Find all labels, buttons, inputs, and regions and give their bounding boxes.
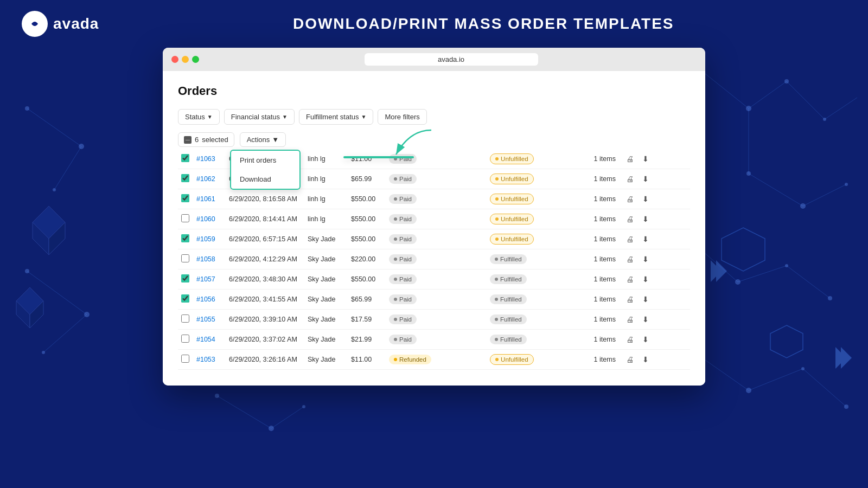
row-actions: 🖨 ⬇ (621, 350, 690, 370)
fulfillment-status: Fulfilled (487, 290, 591, 310)
table-row: #1059 6/29/2020, 6:57:15 AM Sky Jade $55… (178, 229, 690, 249)
print-order-button[interactable]: 🖨 (624, 174, 636, 184)
print-order-button[interactable]: 🖨 (624, 354, 636, 365)
table-row: #1053 6/29/2020, 3:26:16 AM Sky Jade $11… (178, 350, 690, 370)
print-order-button[interactable]: 🖨 (624, 234, 636, 245)
table-row: #1055 6/29/2020, 3:39:10 AM Sky Jade $17… (178, 310, 690, 330)
items-count: 1 items (591, 350, 621, 370)
more-filters-button[interactable]: More filters (378, 109, 426, 125)
order-number[interactable]: #1056 (193, 290, 226, 310)
order-date: 6/29/2020, 6:57:15 AM (226, 229, 304, 249)
financial-status-filter[interactable]: Financial status ▼ (224, 109, 295, 125)
download-order-button[interactable]: ⬇ (640, 274, 651, 285)
address-bar[interactable]: avada.io (365, 53, 538, 66)
order-date: 6/29/2020, 3:39:10 AM (226, 310, 304, 330)
checkbox-cell (178, 350, 193, 370)
order-number[interactable]: #1059 (193, 229, 226, 249)
order-number[interactable]: #1062 (193, 169, 226, 189)
order-checkbox[interactable] (181, 335, 189, 343)
print-order-button[interactable]: 🖨 (624, 194, 636, 204)
order-number[interactable]: #1058 (193, 249, 226, 269)
order-checkbox[interactable] (181, 234, 189, 242)
order-checkbox[interactable] (181, 194, 189, 202)
print-order-button[interactable]: 🖨 (624, 274, 636, 285)
fulfillment-status: Unfulfilled (487, 149, 591, 169)
svg-point-27 (844, 404, 848, 409)
fulfillment-status: Fulfilled (487, 269, 591, 290)
download-order-button[interactable]: ⬇ (640, 153, 651, 164)
arrow-annotation (388, 125, 442, 163)
chevron-down-icon: ▼ (272, 136, 279, 144)
checkbox-cell (178, 169, 193, 189)
financial-status: Paid (386, 330, 487, 350)
chevron-down-icon: ▼ (361, 114, 367, 120)
order-number[interactable]: #1063 (193, 149, 226, 169)
row-actions: 🖨 ⬇ (621, 209, 690, 229)
table-row: #1061 6/29/2020, 8:16:58 AM linh lg $550… (178, 189, 690, 209)
actions-button[interactable]: Actions ▼ (240, 132, 286, 147)
items-count: 1 items (591, 269, 621, 290)
items-count: 1 items (591, 209, 621, 229)
print-orders-item[interactable]: Print orders (231, 151, 299, 170)
order-checkbox[interactable] (181, 274, 189, 282)
items-count: 1 items (591, 189, 621, 209)
print-order-button[interactable]: 🖨 (624, 214, 636, 224)
order-amount: $550.00 (348, 229, 386, 249)
fulfillment-status: Unfulfilled (487, 169, 591, 189)
print-order-button[interactable]: 🖨 (624, 314, 636, 325)
download-order-button[interactable]: ⬇ (640, 354, 651, 365)
order-amount: $550.00 (348, 189, 386, 209)
download-order-button[interactable]: ⬇ (640, 194, 651, 204)
svg-point-40 (215, 394, 219, 398)
download-order-button[interactable]: ⬇ (640, 314, 651, 325)
print-order-button[interactable]: 🖨 (624, 334, 636, 345)
order-number[interactable]: #1060 (193, 209, 226, 229)
order-number[interactable]: #1057 (193, 269, 226, 290)
browser-content: Orders Status ▼ Financial status ▼ Fulfi… (163, 71, 705, 386)
items-count: 1 items (591, 149, 621, 169)
minimize-button[interactable] (182, 56, 189, 63)
fulfillment-status-filter[interactable]: Fulfillment status ▼ (299, 109, 373, 125)
selected-count: 6 (195, 136, 199, 144)
download-item[interactable]: Download (231, 170, 299, 189)
financial-status: Paid (386, 209, 487, 229)
top-header: avada DOWNLOAD/PRINT MASS ORDER TEMPLATE… (0, 0, 868, 48)
order-date: 6/29/2020, 3:26:16 AM (226, 350, 304, 370)
download-order-button[interactable]: ⬇ (640, 254, 651, 265)
order-number[interactable]: #1055 (193, 310, 226, 330)
order-number[interactable]: #1053 (193, 350, 226, 370)
items-count: 1 items (591, 330, 621, 350)
table-row: #1056 6/29/2020, 3:41:55 AM Sky Jade $65… (178, 290, 690, 310)
order-checkbox[interactable] (181, 174, 189, 182)
order-checkbox[interactable] (181, 294, 189, 303)
print-order-button[interactable]: 🖨 (624, 254, 636, 265)
order-checkbox[interactable] (181, 314, 189, 323)
row-actions: 🖨 ⬇ (621, 249, 690, 269)
row-actions: 🖨 ⬇ (621, 290, 690, 310)
logo-icon (22, 11, 48, 37)
close-button[interactable] (171, 56, 178, 63)
download-order-button[interactable]: ⬇ (640, 214, 651, 224)
download-order-button[interactable]: ⬇ (640, 294, 651, 305)
download-order-button[interactable]: ⬇ (640, 234, 651, 245)
order-checkbox[interactable] (181, 154, 189, 162)
financial-status: Paid (386, 169, 487, 189)
order-checkbox[interactable] (181, 254, 189, 262)
status-filter[interactable]: Status ▼ (178, 109, 220, 125)
browser-window: avada.io Orders Status ▼ Financial statu… (163, 48, 705, 386)
fulfillment-status: Unfulfilled (487, 209, 591, 229)
order-number[interactable]: #1054 (193, 330, 226, 350)
download-order-button[interactable]: ⬇ (640, 334, 651, 345)
svg-line-32 (217, 396, 271, 428)
checkbox-cell (178, 330, 193, 350)
maximize-button[interactable] (192, 56, 199, 63)
order-customer: Sky Jade (304, 330, 348, 350)
download-order-button[interactable]: ⬇ (640, 174, 651, 184)
order-checkbox[interactable] (181, 355, 189, 363)
order-checkbox[interactable] (181, 214, 189, 222)
order-number[interactable]: #1061 (193, 189, 226, 209)
print-order-button[interactable]: 🖨 (624, 153, 636, 164)
order-amount: $550.00 (348, 209, 386, 229)
print-order-button[interactable]: 🖨 (624, 294, 636, 305)
table-row: #1054 6/29/2020, 3:37:02 AM Sky Jade $21… (178, 330, 690, 350)
